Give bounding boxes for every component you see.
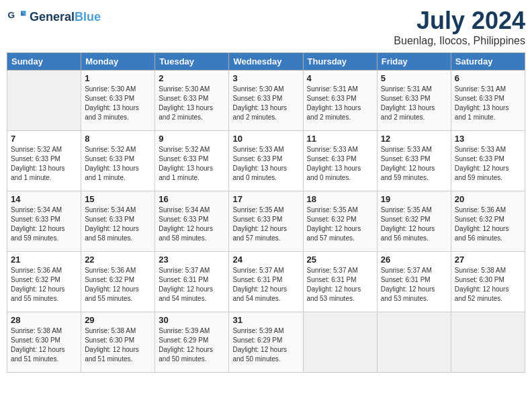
logo-text: GeneralBlue bbox=[30, 10, 101, 24]
day-number: 10 bbox=[232, 134, 299, 144]
calendar-cell: 23 Sunrise: 5:37 AMSunset: 6:31 PMDaylig… bbox=[155, 252, 229, 312]
col-header-sunday: Sunday bbox=[7, 53, 81, 71]
day-number: 4 bbox=[307, 73, 373, 83]
col-header-thursday: Thursday bbox=[303, 53, 377, 71]
logo-icon: G bbox=[7, 7, 27, 27]
day-info: Sunrise: 5:36 AMSunset: 6:32 PMDaylight:… bbox=[455, 205, 521, 243]
day-info: Sunrise: 5:33 AMSunset: 6:33 PMDaylight:… bbox=[307, 145, 373, 183]
calendar-cell: 21 Sunrise: 5:36 AMSunset: 6:32 PMDaylig… bbox=[7, 252, 81, 312]
calendar-cell: 28 Sunrise: 5:38 AMSunset: 6:30 PMDaylig… bbox=[7, 312, 81, 373]
page-header: G GeneralBlue July 2024 Buenlag, Ilocos,… bbox=[7, 7, 525, 47]
calendar-cell: 22 Sunrise: 5:36 AMSunset: 6:32 PMDaylig… bbox=[81, 252, 155, 312]
calendar-table: SundayMondayTuesdayWednesdayThursdayFrid… bbox=[7, 52, 525, 373]
day-info: Sunrise: 5:38 AMSunset: 6:30 PMDaylight:… bbox=[455, 266, 521, 304]
day-number: 20 bbox=[455, 194, 521, 204]
day-info: Sunrise: 5:34 AMSunset: 6:33 PMDaylight:… bbox=[11, 205, 77, 243]
calendar-cell: 5 Sunrise: 5:31 AMSunset: 6:33 PMDayligh… bbox=[377, 71, 451, 131]
day-info: Sunrise: 5:35 AMSunset: 6:32 PMDaylight:… bbox=[381, 205, 447, 243]
calendar-cell: 10 Sunrise: 5:33 AMSunset: 6:33 PMDaylig… bbox=[229, 131, 303, 191]
day-info: Sunrise: 5:38 AMSunset: 6:30 PMDaylight:… bbox=[11, 326, 77, 364]
logo: G GeneralBlue bbox=[7, 7, 101, 27]
day-number: 2 bbox=[159, 73, 225, 83]
day-info: Sunrise: 5:35 AMSunset: 6:32 PMDaylight:… bbox=[307, 205, 373, 243]
day-info: Sunrise: 5:38 AMSunset: 6:30 PMDaylight:… bbox=[85, 326, 151, 364]
day-info: Sunrise: 5:37 AMSunset: 6:31 PMDaylight:… bbox=[381, 266, 447, 304]
calendar-cell: 20 Sunrise: 5:36 AMSunset: 6:32 PMDaylig… bbox=[451, 191, 525, 252]
day-info: Sunrise: 5:32 AMSunset: 6:33 PMDaylight:… bbox=[159, 145, 225, 183]
day-number: 30 bbox=[159, 315, 225, 325]
calendar-cell: 26 Sunrise: 5:37 AMSunset: 6:31 PMDaylig… bbox=[377, 252, 451, 312]
calendar-cell: 6 Sunrise: 5:31 AMSunset: 6:33 PMDayligh… bbox=[451, 71, 525, 131]
calendar-cell: 7 Sunrise: 5:32 AMSunset: 6:33 PMDayligh… bbox=[7, 131, 81, 191]
day-number: 11 bbox=[307, 134, 373, 144]
day-number: 14 bbox=[11, 194, 77, 204]
calendar-cell: 11 Sunrise: 5:33 AMSunset: 6:33 PMDaylig… bbox=[303, 131, 377, 191]
calendar-cell: 25 Sunrise: 5:37 AMSunset: 6:31 PMDaylig… bbox=[303, 252, 377, 312]
day-info: Sunrise: 5:37 AMSunset: 6:31 PMDaylight:… bbox=[307, 266, 373, 304]
day-info: Sunrise: 5:30 AMSunset: 6:33 PMDaylight:… bbox=[85, 85, 151, 122]
col-header-saturday: Saturday bbox=[451, 53, 525, 71]
day-number: 5 bbox=[381, 73, 447, 83]
calendar-cell bbox=[377, 312, 451, 373]
day-number: 22 bbox=[85, 255, 151, 265]
day-number: 16 bbox=[159, 194, 225, 204]
location-label: Buenlag, Ilocos, Philippines bbox=[394, 35, 525, 47]
day-info: Sunrise: 5:30 AMSunset: 6:33 PMDaylight:… bbox=[232, 85, 299, 122]
day-info: Sunrise: 5:36 AMSunset: 6:32 PMDaylight:… bbox=[11, 266, 77, 304]
day-info: Sunrise: 5:34 AMSunset: 6:33 PMDaylight:… bbox=[85, 205, 151, 243]
calendar-cell: 29 Sunrise: 5:38 AMSunset: 6:30 PMDaylig… bbox=[81, 312, 155, 373]
calendar-week-2: 7 Sunrise: 5:32 AMSunset: 6:33 PMDayligh… bbox=[7, 131, 525, 191]
calendar-week-3: 14 Sunrise: 5:34 AMSunset: 6:33 PMDaylig… bbox=[7, 191, 525, 252]
calendar-cell: 16 Sunrise: 5:34 AMSunset: 6:33 PMDaylig… bbox=[155, 191, 229, 252]
day-info: Sunrise: 5:32 AMSunset: 6:33 PMDaylight:… bbox=[85, 145, 151, 183]
calendar-cell: 31 Sunrise: 5:39 AMSunset: 6:29 PMDaylig… bbox=[229, 312, 303, 373]
day-number: 6 bbox=[455, 73, 521, 83]
day-info: Sunrise: 5:35 AMSunset: 6:33 PMDaylight:… bbox=[232, 205, 299, 243]
calendar-cell: 17 Sunrise: 5:35 AMSunset: 6:33 PMDaylig… bbox=[229, 191, 303, 252]
day-number: 9 bbox=[159, 134, 225, 144]
day-info: Sunrise: 5:31 AMSunset: 6:33 PMDaylight:… bbox=[307, 85, 373, 122]
calendar-week-1: 1 Sunrise: 5:30 AMSunset: 6:33 PMDayligh… bbox=[7, 71, 525, 131]
month-year-title: July 2024 bbox=[394, 7, 525, 35]
calendar-week-4: 21 Sunrise: 5:36 AMSunset: 6:32 PMDaylig… bbox=[7, 252, 525, 312]
calendar-header-row: SundayMondayTuesdayWednesdayThursdayFrid… bbox=[7, 53, 525, 71]
calendar-week-5: 28 Sunrise: 5:38 AMSunset: 6:30 PMDaylig… bbox=[7, 312, 525, 373]
calendar-cell: 4 Sunrise: 5:31 AMSunset: 6:33 PMDayligh… bbox=[303, 71, 377, 131]
day-number: 25 bbox=[307, 255, 373, 265]
day-info: Sunrise: 5:33 AMSunset: 6:33 PMDaylight:… bbox=[381, 145, 447, 183]
calendar-cell: 1 Sunrise: 5:30 AMSunset: 6:33 PMDayligh… bbox=[81, 71, 155, 131]
day-number: 23 bbox=[159, 255, 225, 265]
calendar-cell: 18 Sunrise: 5:35 AMSunset: 6:32 PMDaylig… bbox=[303, 191, 377, 252]
day-info: Sunrise: 5:37 AMSunset: 6:31 PMDaylight:… bbox=[232, 266, 299, 304]
calendar-cell: 19 Sunrise: 5:35 AMSunset: 6:32 PMDaylig… bbox=[377, 191, 451, 252]
day-info: Sunrise: 5:36 AMSunset: 6:32 PMDaylight:… bbox=[85, 266, 151, 304]
day-number: 1 bbox=[85, 73, 151, 83]
calendar-cell: 3 Sunrise: 5:30 AMSunset: 6:33 PMDayligh… bbox=[229, 71, 303, 131]
calendar-cell bbox=[303, 312, 377, 373]
col-header-friday: Friday bbox=[377, 53, 451, 71]
calendar-cell: 14 Sunrise: 5:34 AMSunset: 6:33 PMDaylig… bbox=[7, 191, 81, 252]
col-header-tuesday: Tuesday bbox=[155, 53, 229, 71]
day-number: 29 bbox=[85, 315, 151, 325]
day-number: 27 bbox=[455, 255, 521, 265]
day-number: 21 bbox=[11, 255, 77, 265]
day-number: 24 bbox=[232, 255, 299, 265]
day-info: Sunrise: 5:34 AMSunset: 6:33 PMDaylight:… bbox=[159, 205, 225, 243]
calendar-cell: 24 Sunrise: 5:37 AMSunset: 6:31 PMDaylig… bbox=[229, 252, 303, 312]
col-header-wednesday: Wednesday bbox=[229, 53, 303, 71]
day-info: Sunrise: 5:39 AMSunset: 6:29 PMDaylight:… bbox=[232, 326, 299, 364]
day-info: Sunrise: 5:39 AMSunset: 6:29 PMDaylight:… bbox=[159, 326, 225, 364]
day-number: 31 bbox=[232, 315, 299, 325]
day-info: Sunrise: 5:31 AMSunset: 6:33 PMDaylight:… bbox=[455, 85, 521, 122]
day-info: Sunrise: 5:33 AMSunset: 6:33 PMDaylight:… bbox=[455, 145, 521, 183]
day-number: 18 bbox=[307, 194, 373, 204]
day-number: 28 bbox=[11, 315, 77, 325]
calendar-cell: 13 Sunrise: 5:33 AMSunset: 6:33 PMDaylig… bbox=[451, 131, 525, 191]
day-info: Sunrise: 5:32 AMSunset: 6:33 PMDaylight:… bbox=[11, 145, 77, 183]
day-number: 19 bbox=[381, 194, 447, 204]
day-number: 12 bbox=[381, 134, 447, 144]
calendar-cell bbox=[451, 312, 525, 373]
calendar-cell: 27 Sunrise: 5:38 AMSunset: 6:30 PMDaylig… bbox=[451, 252, 525, 312]
svg-text:G: G bbox=[8, 10, 15, 20]
day-number: 7 bbox=[11, 134, 77, 144]
